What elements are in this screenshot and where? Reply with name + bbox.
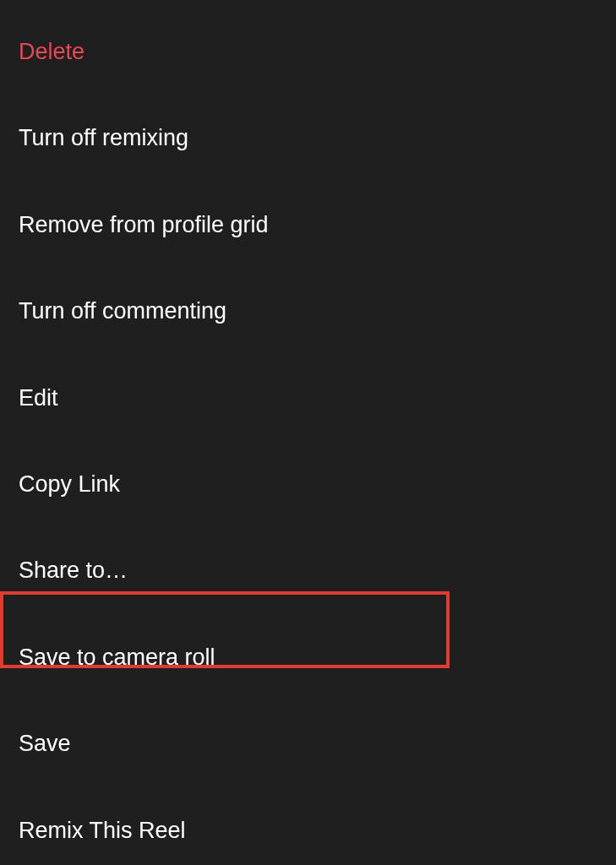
menu-item-delete[interactable]: Delete xyxy=(0,8,616,95)
menu-item-turn-off-commenting[interactable]: Turn off commenting xyxy=(0,268,616,354)
menu-item-edit[interactable]: Edit xyxy=(0,355,616,441)
menu-item-turn-off-remixing[interactable]: Turn off remixing xyxy=(0,95,616,181)
menu-item-save[interactable]: Save xyxy=(0,700,616,786)
options-menu: Delete Turn off remixing Remove from pro… xyxy=(0,0,616,865)
menu-item-copy-link[interactable]: Copy Link xyxy=(0,441,616,527)
menu-item-remove-from-profile-grid[interactable]: Remove from profile grid xyxy=(0,182,616,268)
menu-item-share-to[interactable]: Share to… xyxy=(0,527,616,613)
menu-item-save-to-camera-roll[interactable]: Save to camera roll xyxy=(0,614,616,700)
menu-item-remix-this-reel[interactable]: Remix This Reel xyxy=(0,787,616,865)
